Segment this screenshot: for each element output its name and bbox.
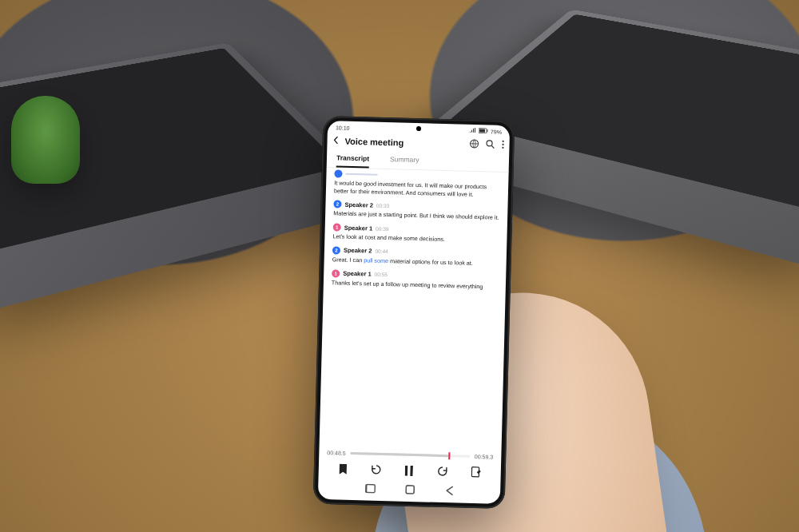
speaker-avatar: 2 [332,246,340,254]
svg-line-5 [491,145,494,148]
battery-percent: 79% [491,129,502,134]
android-nav-bar [318,478,501,504]
utterance-text: It would be good investment for us. It w… [334,179,500,199]
svg-rect-10 [411,465,414,475]
svg-rect-2 [487,129,487,132]
speaker-name: Speaker 2 [344,201,373,209]
phone-screen: 10:10 79% Voice meeting [318,121,510,504]
rewind-icon[interactable] [371,464,382,475]
scrub-progress [351,452,448,457]
speaker-avatar: 1 [332,269,340,277]
speaker-name [345,173,377,176]
timestamp: 00:39 [376,225,388,231]
pause-icon[interactable] [405,465,413,475]
svg-point-4 [487,141,492,146]
tab-transcript[interactable]: Transcript [336,151,370,168]
transcript-entry: 2 Speaker 2 00:44 Great. I can pull some… [332,246,499,268]
timestamp: 00:55 [375,272,388,277]
more-icon[interactable] [501,140,504,151]
signal-icon [470,128,476,134]
utterance-link[interactable]: pull some [364,256,388,264]
utterance-fragment: Great. I can [332,256,364,264]
speaker-avatar [334,169,342,177]
utterance-fragment: material options for us to look at. [388,257,473,267]
green-glass-prop [11,96,80,184]
transcript-entry: 1 Speaker 1 00:55 Thanks let's set up a … [332,269,498,291]
page-title: Voice meeting [344,137,464,149]
svg-point-7 [502,144,503,145]
timestamp: 00:33 [376,203,389,208]
speaker-avatar: 2 [333,200,341,208]
bookmark-icon[interactable] [338,463,347,474]
scrub-current-time: 00:48.5 [327,450,346,456]
tab-summary[interactable]: Summary [390,153,419,169]
status-time: 10:10 [336,125,350,130]
nav-home-icon[interactable] [405,485,415,496]
speaker-name: Speaker 1 [343,270,372,278]
scrub-playhead[interactable] [448,452,450,459]
battery-icon [479,128,488,134]
transcript-list[interactable]: It would be good investment for us. It w… [320,168,509,452]
transcript-entry: 1 Speaker 1 00:39 Let's look at cost and… [332,223,499,244]
forward-icon[interactable] [436,466,447,477]
speaker-name: Speaker 2 [344,247,372,255]
svg-rect-9 [405,465,408,475]
svg-rect-1 [479,129,485,133]
search-icon[interactable] [485,139,495,150]
transcript-entry: It would be good investment for us. It w… [334,169,501,199]
svg-rect-14 [407,486,415,494]
svg-point-6 [503,141,504,142]
back-icon[interactable] [332,136,340,145]
speaker-name: Speaker 1 [344,224,373,232]
timestamp: 00:44 [375,248,388,254]
note-edit-icon[interactable] [471,466,481,478]
nav-back-icon[interactable] [445,486,453,497]
svg-rect-12 [366,485,375,493]
nav-recents-icon[interactable] [365,483,376,494]
scrub-total-time: 00:59.3 [475,454,494,460]
smartphone-device: 10:10 79% Voice meeting [313,116,515,509]
globe-icon[interactable] [469,139,479,150]
speaker-avatar: 1 [333,223,341,231]
svg-point-8 [502,147,503,149]
transcript-entry: 2 Speaker 2 00:33 Materials are just a s… [333,200,499,222]
